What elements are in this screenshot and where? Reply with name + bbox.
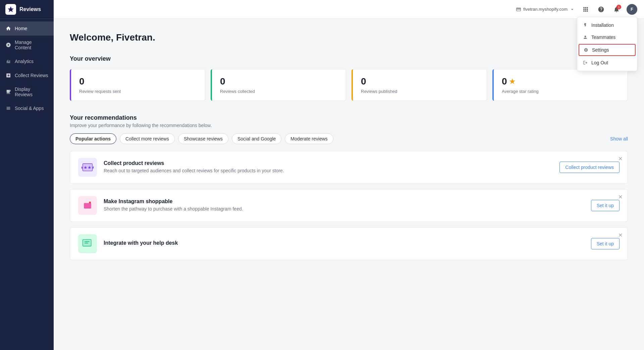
helpdesk-card-icon xyxy=(82,238,94,250)
chevron-down-icon xyxy=(570,7,575,12)
overview-section: Your overview All time 0 Review requests… xyxy=(70,54,628,101)
rec-card-title-collect: Collect product reviews xyxy=(104,160,553,166)
rec-card-title-helpdesk: Integrate with your help desk xyxy=(104,240,584,246)
bolt-icon xyxy=(583,22,588,28)
rec-card-action-collect[interactable]: Collect product reviews xyxy=(559,162,620,173)
rec-card-body-instagram: Make Instagram shoppable Shorten the pat… xyxy=(104,198,584,213)
manage-content-icon xyxy=(5,42,11,48)
dropdown-installation-label: Installation xyxy=(591,22,614,28)
analytics-icon xyxy=(5,58,11,64)
app-logo[interactable]: Reviews xyxy=(0,0,54,19)
rec-card-instagram: Make Instagram shoppable Shorten the pat… xyxy=(70,189,628,222)
recommendations-title: Your recommendations xyxy=(70,114,628,121)
stat-label-published: Reviews published xyxy=(361,89,479,94)
sidebar-item-social-apps[interactable]: Social & Apps xyxy=(0,101,54,115)
page-title: Welcome, Fivetran. xyxy=(70,32,628,43)
sidebar-item-collect-reviews-label: Collect Reviews xyxy=(15,73,48,78)
tab-social-and-google[interactable]: Social and Google xyxy=(232,133,281,144)
store-name: fivetran.myshopify.com xyxy=(523,7,568,12)
help-icon-button[interactable] xyxy=(596,4,606,15)
notification-badge: 1 xyxy=(616,5,621,9)
tab-moderate-reviews[interactable]: Moderate reviews xyxy=(285,133,333,144)
dropdown-settings-label: Settings xyxy=(592,47,609,53)
main-area: fivetran.myshopify.com 1 F xyxy=(54,0,644,350)
rec-card-helpdesk: Integrate with your help desk Set it up … xyxy=(70,227,628,260)
user-avatar[interactable]: F xyxy=(627,4,637,15)
overview-title: Your overview xyxy=(70,55,111,62)
sidebar-item-home[interactable]: Home xyxy=(0,21,54,36)
gear-icon xyxy=(583,47,589,53)
sidebar-item-manage-content-label: Manage Content xyxy=(15,40,48,50)
rec-card-collect-reviews: ★★★★ Collect product reviews Reach out t… xyxy=(70,151,628,184)
dropdown-item-teammates[interactable]: Teammates xyxy=(577,31,637,43)
instagram-card-icon xyxy=(82,199,94,212)
stat-value-published: 0 xyxy=(361,76,479,87)
sidebar-item-social-apps-label: Social & Apps xyxy=(15,106,44,111)
user-dropdown-menu: Installation Teammates Settings Log Out xyxy=(577,17,637,71)
svg-marker-0 xyxy=(8,6,14,12)
rec-card-action-helpdesk[interactable]: Set it up xyxy=(591,238,620,249)
stat-card-requests-sent: 0 Review requests sent xyxy=(70,69,205,101)
display-reviews-icon xyxy=(5,89,11,95)
store-icon xyxy=(516,7,521,12)
stat-card-reviews-published: 0 Reviews published xyxy=(352,69,487,101)
stat-label-collected: Reviews collected xyxy=(220,89,338,94)
home-icon xyxy=(5,25,11,32)
dropdown-teammates-label: Teammates xyxy=(591,35,615,40)
rec-card-action-instagram[interactable]: Set it up xyxy=(591,200,620,211)
show-all-link[interactable]: Show all xyxy=(610,136,628,141)
topbar-icons: 1 F xyxy=(580,4,637,15)
tab-popular-actions[interactable]: Popular actions xyxy=(70,133,116,144)
rec-card-body-helpdesk: Integrate with your help desk xyxy=(104,240,584,247)
overview-header: Your overview All time xyxy=(70,54,628,64)
rec-card-icon-instagram xyxy=(78,196,97,215)
logo-icon xyxy=(5,4,16,15)
grid-icon xyxy=(582,6,589,13)
dropdown-item-installation[interactable]: Installation xyxy=(577,19,637,31)
svg-text:★★★★: ★★★★ xyxy=(82,165,94,170)
svg-rect-5 xyxy=(84,203,91,209)
stat-label-requests: Review requests sent xyxy=(79,89,197,94)
sidebar-item-analytics-label: Analytics xyxy=(15,59,34,64)
sidebar-item-analytics[interactable]: Analytics xyxy=(0,54,54,68)
stats-grid: 0 Review requests sent 0 Reviews collect… xyxy=(70,69,628,101)
person-icon xyxy=(583,35,588,40)
sidebar-item-collect-reviews[interactable]: Collect Reviews xyxy=(0,68,54,82)
star-icon: ★ xyxy=(509,77,515,85)
dropdown-item-settings[interactable]: Settings xyxy=(579,44,636,56)
sidebar-item-display-reviews[interactable]: Display Reviews xyxy=(0,82,54,101)
stat-value-requests: 0 xyxy=(79,76,197,87)
stat-value-collected: 0 xyxy=(220,76,338,87)
stat-value-rating: 0 ★ xyxy=(502,76,620,87)
social-apps-icon xyxy=(5,105,11,111)
sidebar: Reviews Home Manage Content Analytics xyxy=(0,0,54,350)
rec-card-close-helpdesk[interactable]: ✕ xyxy=(617,232,624,238)
rec-card-icon-helpdesk xyxy=(78,234,97,253)
sidebar-item-manage-content[interactable]: Manage Content xyxy=(0,36,54,54)
sidebar-item-home-label: Home xyxy=(15,26,27,31)
topbar: fivetran.myshopify.com 1 F xyxy=(54,0,644,19)
apps-icon-button[interactable] xyxy=(580,4,591,15)
collect-reviews-icon xyxy=(5,72,11,78)
app-name: Reviews xyxy=(19,6,41,12)
rec-card-body-collect: Collect product reviews Reach out to tar… xyxy=(104,160,553,174)
svg-point-6 xyxy=(89,201,91,203)
dropdown-item-logout[interactable]: Log Out xyxy=(577,57,637,69)
rec-card-desc-instagram: Shorten the pathway to purchase with a s… xyxy=(104,206,584,213)
store-selector[interactable]: fivetran.myshopify.com xyxy=(516,7,575,12)
stat-label-rating: Average star rating xyxy=(502,89,620,94)
stat-card-avg-rating: 0 ★ Average star rating xyxy=(492,69,628,101)
recommendation-tabs: Popular actions Collect more reviews Sho… xyxy=(70,133,628,144)
tab-showcase-reviews[interactable]: Showcase reviews xyxy=(178,133,228,144)
rec-card-close-instagram[interactable]: ✕ xyxy=(617,193,624,200)
rec-card-desc-collect: Reach out to targeted audiences and coll… xyxy=(104,168,553,174)
sidebar-nav: Home Manage Content Analytics Collect Re… xyxy=(0,19,54,118)
help-icon xyxy=(598,6,604,13)
page-content: Welcome, Fivetran. Your overview All tim… xyxy=(54,19,644,350)
recommendations-subtitle: Improve your performance by following th… xyxy=(70,123,628,128)
tab-collect-more-reviews[interactable]: Collect more reviews xyxy=(120,133,175,144)
rec-card-close-collect[interactable]: ✕ xyxy=(617,155,624,162)
notifications-icon-button[interactable]: 1 xyxy=(611,4,622,15)
logout-icon xyxy=(583,60,588,65)
collect-reviews-card-icon: ★★★★ xyxy=(82,161,94,173)
